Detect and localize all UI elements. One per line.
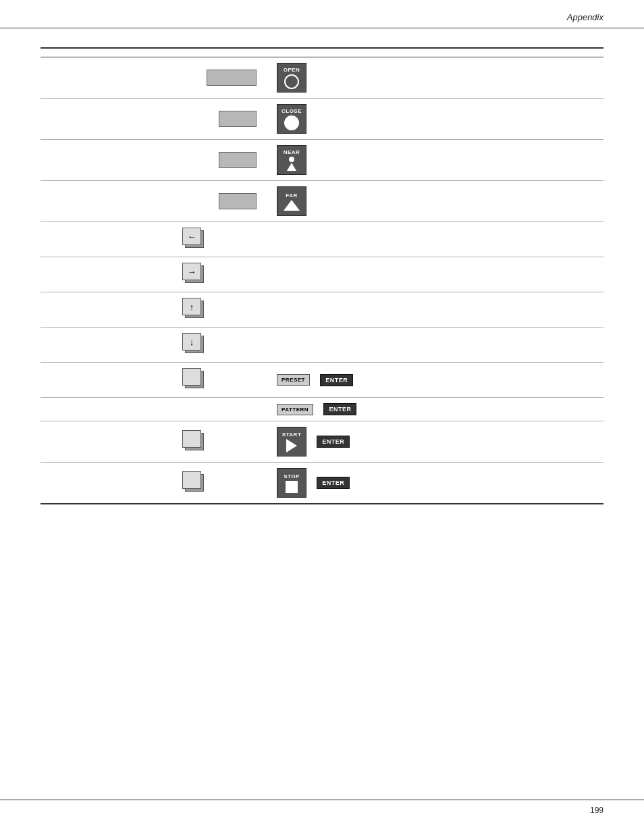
close-bar-icon [219,111,257,127]
up-arrow-key[interactable]: ↑ [182,298,207,319]
right-arrow-key[interactable]: → [182,263,207,284]
preset-button[interactable]: PRESET [277,374,310,386]
near-osd-button[interactable]: NEAR [277,145,306,175]
table-row: OPEN [41,57,603,99]
pattern-col1 [41,398,176,421]
table-row: CLOSE [41,99,603,140]
table-row: START ENTER [41,421,603,463]
stop-label: STOP [284,473,300,479]
near-col1 [41,140,176,181]
close-circle-icon [284,115,299,130]
preset-col1 [41,363,176,398]
preset-col3: PRESET ENTER [270,363,603,398]
near-label: NEAR [284,149,300,155]
table-row: → [41,257,603,292]
near-person-icon [287,157,296,171]
close-col3: CLOSE [270,99,603,140]
key-face: ← [182,228,201,245]
open-bar-icon [207,70,257,86]
stop-osd-button[interactable]: STOP [277,468,306,498]
start-col1 [41,421,176,463]
close-col2 [176,99,270,140]
stop-enter-button[interactable]: ENTER [317,477,350,489]
start-osd-button[interactable]: START [277,427,306,457]
table-row: PATTERN ENTER [41,398,603,421]
down-col2: ↓ [176,328,270,363]
far-col3: FAR [270,181,603,222]
far-osd-button[interactable]: FAR [277,186,306,216]
col2-header [176,48,270,57]
stop-col3: STOP ENTER [270,463,603,504]
down-arrow-key[interactable]: ↓ [182,333,207,355]
table-row: NEAR [41,140,603,181]
stop-col1 [41,463,176,504]
up-col3 [270,292,603,328]
far-label: FAR [286,192,298,199]
pattern-button[interactable]: PATTERN [277,404,313,415]
open-col2 [176,57,270,99]
open-label: OPEN [284,67,300,73]
appendix-title: Appendix [567,12,603,22]
close-col1 [41,99,176,140]
far-bar-icon [219,193,257,209]
right-col2: → [176,257,270,292]
table-row: ↓ [41,328,603,363]
far-mountain-icon [284,200,300,211]
far-col2 [176,181,270,222]
key-face: ↓ [182,333,201,350]
key-face [182,430,201,448]
key-face: → [182,263,201,280]
table-row: ← [41,222,603,257]
start-enter-button[interactable]: ENTER [317,436,350,448]
page-footer: 199 [0,800,644,815]
table-row: ↑ [41,292,603,328]
open-osd-button[interactable]: OPEN [277,63,306,93]
stop-square-icon [286,481,298,493]
close-label: CLOSE [281,108,302,114]
start-key[interactable] [182,430,207,452]
page-header: Appendix [0,0,644,28]
open-col1 [41,57,176,99]
preset-col2 [176,363,270,398]
col1-header [41,48,176,57]
near-col3: NEAR [270,140,603,181]
close-osd-button[interactable]: CLOSE [277,104,306,134]
preset-enter-button[interactable]: ENTER [320,374,353,386]
stop-col2 [176,463,270,504]
start-label: START [282,432,302,438]
main-table: OPEN CLOSE [41,47,603,504]
key-face [182,471,201,489]
pattern-enter-button[interactable]: ENTER [323,403,356,415]
table-row: FAR [41,181,603,222]
key-face: ↑ [182,298,201,315]
right-col1 [41,257,176,292]
preset-key[interactable] [182,368,207,390]
open-col3: OPEN [270,57,603,99]
start-col3: START ENTER [270,421,603,463]
left-col1 [41,222,176,257]
right-col3 [270,257,603,292]
start-col2 [176,421,270,463]
start-play-icon [286,439,297,452]
table-row: PRESET ENTER [41,363,603,398]
pattern-col3: PATTERN ENTER [270,398,603,421]
left-arrow-key[interactable]: ← [182,228,207,249]
near-col2 [176,140,270,181]
down-col1 [41,328,176,363]
page-number: 199 [590,806,603,815]
col3-header [270,48,603,57]
key-face [182,368,201,386]
stop-key[interactable] [182,471,207,493]
up-col2: ↑ [176,292,270,328]
pattern-col2 [176,398,270,421]
down-col3 [270,328,603,363]
near-bar-icon [219,152,257,168]
far-col1 [41,181,176,222]
table-row: STOP ENTER [41,463,603,504]
open-circle-icon [284,74,299,89]
left-col2: ← [176,222,270,257]
left-col3 [270,222,603,257]
up-col1 [41,292,176,328]
